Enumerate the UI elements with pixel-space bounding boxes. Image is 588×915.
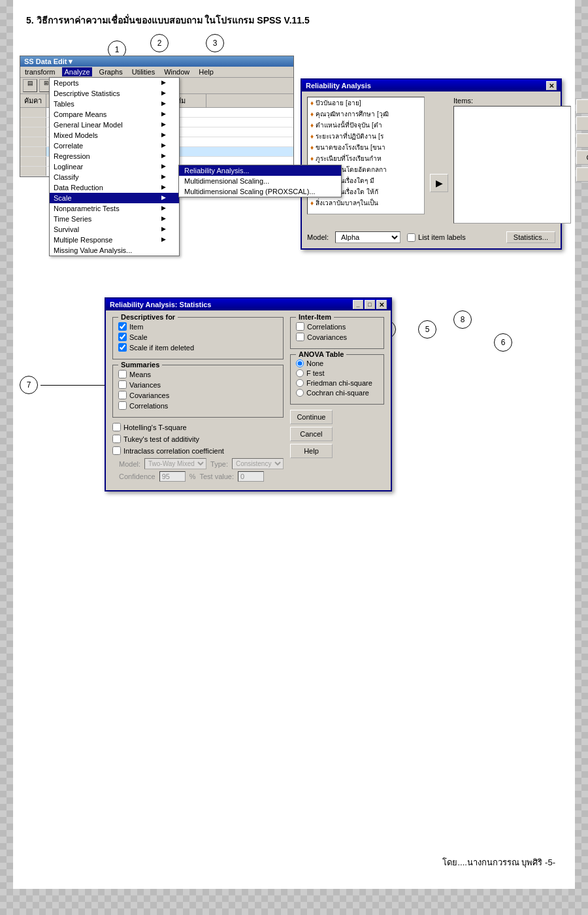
- menu-utilities[interactable]: Utilities: [130, 67, 157, 76]
- model-select[interactable]: Alpha: [335, 231, 400, 243]
- menu-regression[interactable]: Regression▶: [50, 151, 179, 161]
- ftest-label: F test: [306, 369, 325, 377]
- menu-classify[interactable]: Classify▶: [50, 172, 179, 182]
- menu-correlate[interactable]: Correlate▶: [50, 141, 179, 151]
- help-button[interactable]: Help: [576, 167, 588, 182]
- reliability-dialog-close[interactable]: ✕: [546, 81, 557, 90]
- submenu-multidim[interactable]: Multidimensional Scaling...: [179, 176, 341, 186]
- list-item-10[interactable]: ♦สิ่งเวลาบัมบาลๆในเป็น: [308, 197, 424, 208]
- correlations-checkbox[interactable]: [118, 401, 127, 410]
- item-label: Item: [129, 323, 143, 331]
- hotelling-checkbox[interactable]: [112, 423, 121, 431]
- menu-scale[interactable]: Scale▶: [50, 193, 179, 203]
- circle-3: 3: [206, 34, 224, 52]
- descriptives-title: Descriptives for: [118, 313, 178, 321]
- menu-mixed-models[interactable]: Mixed Models▶: [50, 130, 179, 141]
- move-to-items-button[interactable]: ▶: [430, 174, 448, 192]
- col-header-0: คัมคา: [20, 94, 46, 107]
- stats-dialog-close[interactable]: ✕: [376, 300, 387, 309]
- intraclass-label: Intraclass correlation coefficient: [123, 447, 224, 455]
- stats-cancel-button[interactable]: Cancel: [290, 427, 333, 441]
- menu-multiple-response[interactable]: Multiple Response▶: [50, 235, 179, 245]
- page-title: 5. วิธีการหาค่าความเชื่อมั่นของแบบสอบถาม…: [26, 13, 562, 27]
- icc-type-select[interactable]: Consistency: [232, 458, 284, 469]
- inter-correlations-checkbox[interactable]: [296, 322, 304, 331]
- correlations-label: Correlations: [129, 402, 168, 410]
- hotelling-label: Hotelling's T-square: [123, 424, 187, 431]
- menu-tables[interactable]: Tables▶: [50, 99, 179, 109]
- inter-covariances-checkbox-group: Covariances: [296, 333, 378, 341]
- list-item-3[interactable]: ♦ตำแหน่งนั้ที่ปัจจุบัน [ตำ: [308, 120, 424, 131]
- submenu-reliability[interactable]: Reliability Analysis...: [179, 165, 341, 176]
- submenu-proxscal[interactable]: Multidimensional Scaling (PROXSCAL)...: [179, 186, 341, 197]
- reset-button[interactable]: Reset: [576, 133, 588, 148]
- menu-descriptive[interactable]: Descriptive Statistics▶: [50, 88, 179, 99]
- friedman-radio[interactable]: [296, 379, 304, 387]
- cochran-label: Cochran chi-square: [306, 389, 369, 397]
- tukey-checkbox-group: Tukey's test of additivity: [112, 435, 284, 443]
- scale-deleted-checkbox[interactable]: [118, 343, 127, 352]
- list-item-6[interactable]: ♦ภูระเนียบที่โรงเรียนกำห: [308, 153, 424, 164]
- cochran-radio[interactable]: [296, 389, 304, 397]
- covariances-label: Covariances: [129, 391, 169, 399]
- menu-nonparametric[interactable]: Nonparametric Tests▶: [50, 203, 179, 214]
- list-item-5[interactable]: ♦ขนาดของโรงเรียน [ขนา: [308, 142, 424, 153]
- menu-glm[interactable]: General Linear Model▶: [50, 120, 179, 130]
- inter-covariances-checkbox[interactable]: [296, 333, 304, 341]
- spss-menu-bar[interactable]: transform Analyze Graphs Utilities Windo…: [20, 67, 293, 78]
- none-radio[interactable]: [296, 359, 304, 367]
- list-item-labels-checkbox[interactable]: [407, 233, 416, 242]
- list-item-2[interactable]: ♦คุณวุฒิทางการศึกษา [วุฒิ: [308, 108, 424, 120]
- row-num-4: [20, 137, 46, 146]
- inter-correlations-label: Correlations: [307, 323, 346, 331]
- variances-label: Variances: [129, 381, 161, 389]
- analyze-menu: Reports▶ Descriptive Statistics▶ Tables▶…: [49, 77, 180, 256]
- icc-confidence-row: Confidence % Test value:: [119, 471, 284, 482]
- row-num-2: [20, 118, 46, 127]
- reliability-items-list[interactable]: [453, 106, 571, 224]
- means-checkbox-group: Means: [118, 370, 278, 378]
- icc-test-value-input[interactable]: [238, 471, 264, 482]
- menu-help[interactable]: Help: [197, 67, 216, 76]
- menu-data-reduction[interactable]: Data Reduction▶: [50, 182, 179, 193]
- menu-compare-means[interactable]: Compare Means▶: [50, 109, 179, 120]
- toolbar-btn-1[interactable]: ▤: [23, 79, 37, 92]
- menu-analyze[interactable]: Analyze: [62, 67, 91, 76]
- ok-button[interactable]: OK: [576, 99, 588, 114]
- ftest-radio[interactable]: [296, 369, 304, 377]
- scale-checkbox[interactable]: [118, 333, 127, 341]
- menu-transform[interactable]: transform: [23, 67, 57, 76]
- list-item-1[interactable]: ♦ปัวบันอาย [อาย]: [308, 97, 424, 108]
- model-label: Model:: [307, 233, 329, 241]
- item-checkbox-group: Item: [118, 322, 278, 331]
- stats-continue-button[interactable]: Continue: [290, 410, 333, 424]
- covariances-checkbox[interactable]: [118, 391, 127, 399]
- tukey-checkbox[interactable]: [112, 435, 121, 443]
- statistics-button[interactable]: Statistics...: [506, 231, 555, 243]
- menu-time-series[interactable]: Time Series▶: [50, 214, 179, 224]
- hotelling-checkbox-group: Hotelling's T-square: [112, 423, 284, 431]
- icc-model-select[interactable]: Two-Way Mixed: [144, 458, 206, 469]
- item-checkbox[interactable]: [118, 322, 127, 331]
- list-item-4[interactable]: ♦ระยะเวลาที่ปฏิบัติงาน [ร: [308, 131, 424, 142]
- variances-checkbox[interactable]: [118, 380, 127, 389]
- menu-reports[interactable]: Reports▶: [50, 78, 179, 88]
- intraclass-checkbox-group: Intraclass correlation coefficient: [112, 446, 284, 455]
- paste-button[interactable]: Paste: [576, 116, 588, 131]
- stats-maximize-btn[interactable]: □: [365, 300, 375, 309]
- summaries-group: Summaries Means Variances Covariances: [112, 365, 284, 418]
- menu-survival[interactable]: Survival▶: [50, 224, 179, 235]
- cancel-button[interactable]: Cancel: [576, 150, 588, 165]
- menu-loglinear[interactable]: Loglinear▶: [50, 161, 179, 172]
- menu-graphs[interactable]: Graphs: [97, 67, 125, 76]
- stats-minimize-btn[interactable]: _: [353, 300, 363, 309]
- anova-title: ANOVA Table: [296, 350, 346, 358]
- row-num-5: [20, 147, 46, 156]
- menu-window[interactable]: Window: [162, 67, 191, 76]
- reliability-dialog-footer: Model: Alpha List item labels Statistics…: [302, 229, 561, 248]
- icc-confidence-input[interactable]: [159, 471, 186, 482]
- stats-help-button[interactable]: Help: [290, 444, 333, 458]
- intraclass-checkbox[interactable]: [112, 446, 121, 455]
- menu-missing-value[interactable]: Missing Value Analysis...: [50, 245, 179, 256]
- means-checkbox[interactable]: [118, 370, 127, 378]
